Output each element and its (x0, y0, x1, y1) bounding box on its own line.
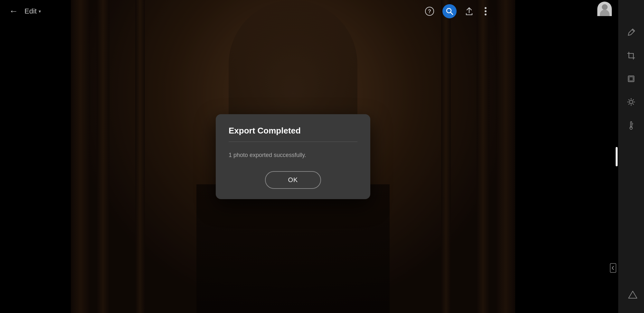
temperature-icon[interactable] (625, 118, 637, 133)
export-completed-dialog: Export Completed 1 photo exported succes… (216, 114, 370, 199)
scroll-indicator (616, 147, 618, 166)
modal-overlay: Export Completed 1 photo exported succes… (71, 0, 515, 313)
edit-label-text: Edit (24, 7, 37, 15)
svg-rect-9 (629, 77, 633, 81)
pencil-icon[interactable] (624, 26, 638, 39)
edit-chevron-icon: ▾ (39, 9, 41, 14)
panel-toggle-button[interactable] (610, 263, 616, 274)
avatar (597, 2, 612, 16)
svg-line-16 (633, 104, 634, 105)
svg-line-17 (633, 100, 634, 100)
svg-line-18 (629, 104, 630, 105)
svg-point-10 (630, 100, 633, 104)
left-panel (0, 0, 71, 313)
back-button[interactable]: ← (6, 4, 21, 19)
brightness-icon[interactable] (624, 95, 638, 109)
histogram-button[interactable] (628, 290, 638, 300)
dialog-message: 1 photo exported successfully. (229, 151, 357, 160)
dialog-title: Export Completed (229, 126, 357, 136)
svg-line-15 (629, 100, 630, 100)
svg-rect-23 (610, 263, 616, 272)
dialog-actions: OK (229, 171, 357, 189)
layers-icon[interactable] (624, 72, 638, 86)
edit-menu[interactable]: Edit ▾ (24, 7, 41, 15)
ok-button[interactable]: OK (265, 171, 321, 189)
dialog-divider (229, 142, 357, 142)
right-sidebar (618, 0, 644, 313)
crop-icon[interactable] (624, 49, 638, 62)
